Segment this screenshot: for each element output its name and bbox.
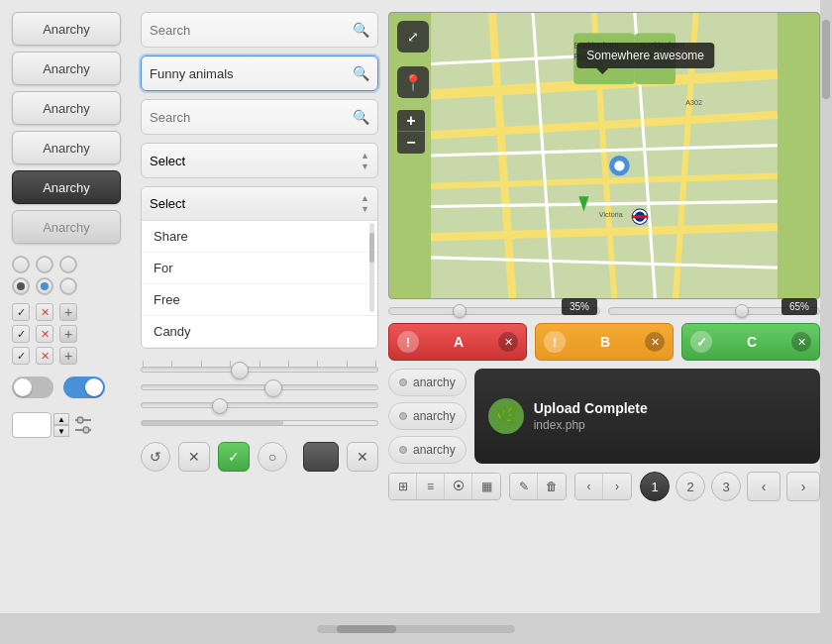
map-expand-btn[interactable]: ⤢: [397, 21, 429, 53]
dropdown-header[interactable]: Select ▲ ▼: [142, 187, 377, 221]
spinner-down[interactable]: ▼: [53, 425, 69, 437]
radio-unchecked-2[interactable]: [36, 256, 53, 273]
map-location-btn[interactable]: 📍: [397, 66, 429, 98]
anarchy-button-1[interactable]: Anarchy: [12, 12, 121, 46]
scrollbar-thumb[interactable]: [822, 20, 830, 99]
tb-grid-btn[interactable]: ⊞: [389, 474, 417, 499]
slider-thumb-3[interactable]: [212, 398, 228, 414]
slider-track-2[interactable]: [141, 384, 378, 390]
right-scrollbar[interactable]: [820, 0, 832, 644]
alert-close-a[interactable]: ✕: [498, 332, 518, 352]
checkbox-plus-3[interactable]: +: [59, 347, 77, 365]
tag-dot-1: [399, 378, 407, 386]
anarchy-label-3: Anarchy: [43, 101, 90, 116]
tag-item-3[interactable]: anarchy: [388, 436, 467, 464]
page-next-btn[interactable]: ›: [786, 472, 820, 501]
radio-unchecked-3[interactable]: [59, 256, 77, 273]
progress-thumb-2[interactable]: [735, 304, 749, 318]
radio-checked-blue[interactable]: [36, 277, 53, 295]
tb-prev-btn[interactable]: ‹: [575, 474, 603, 499]
dropdown-item-0[interactable]: Share: [142, 221, 377, 253]
cf-btn-cross-1[interactable]: ✕: [178, 442, 210, 472]
toggle-on[interactable]: [63, 376, 105, 398]
map-container: Buckingham Palace Gardens Buckingham Pal…: [388, 12, 820, 299]
spinner-up[interactable]: ▲: [53, 413, 69, 425]
radio-unchecked-4[interactable]: [59, 277, 77, 295]
checkbox-cross-3[interactable]: ✕: [36, 347, 53, 365]
dropdown-item-1[interactable]: For: [142, 253, 377, 284]
tag-item-2[interactable]: anarchy: [388, 402, 467, 430]
checkbox-checked-3[interactable]: ✓: [12, 347, 30, 365]
spinner-input[interactable]: 32: [12, 412, 52, 438]
alert-close-b[interactable]: ✕: [645, 332, 665, 352]
slider-track-3[interactable]: [141, 402, 378, 408]
map-zoom-out[interactable]: −: [397, 132, 425, 154]
anarchy-label-4: Anarchy: [43, 141, 90, 156]
tb-cols-btn[interactable]: ⦿: [445, 474, 472, 499]
progress-track-1[interactable]: 35%: [388, 307, 600, 315]
page-btn-3[interactable]: 3: [711, 472, 741, 501]
search-input-1[interactable]: [150, 23, 347, 38]
search-box-1[interactable]: 🔍: [141, 12, 378, 48]
page-prev-btn[interactable]: ‹: [747, 472, 780, 501]
tag-dot-2: [399, 412, 407, 420]
alert-btn-a[interactable]: ! A ✕: [388, 323, 527, 361]
progress-thumb-1[interactable]: [453, 304, 467, 318]
bottom-scrollbar-thumb[interactable]: [337, 625, 396, 633]
progress-bar: [141, 420, 378, 426]
page-btn-1[interactable]: 1: [640, 472, 670, 501]
checkbox-checked-1[interactable]: ✓: [12, 303, 30, 321]
alert-btn-c[interactable]: ✓ C ✕: [681, 323, 820, 361]
upload-leaf-icon: 🌿: [488, 398, 524, 434]
checkbox-checked-2[interactable]: ✓: [12, 325, 30, 343]
tb-edit-btn[interactable]: ✎: [510, 474, 538, 499]
search-input-2[interactable]: [150, 66, 347, 81]
slider-thumb-2[interactable]: [264, 379, 282, 397]
anarchy-label-5: Anarchy: [43, 180, 90, 195]
confirm-row-mid: ↺ ✕ ✓ ○ ✕: [141, 442, 378, 472]
bottom-scrollbar[interactable]: [317, 625, 515, 633]
cf-btn-cross-2[interactable]: ✕: [347, 442, 378, 472]
radio-unchecked-1[interactable]: [12, 256, 30, 273]
tb-next-btn[interactable]: ›: [603, 474, 631, 499]
checkbox-plus-2[interactable]: +: [59, 325, 77, 343]
upload-row: anarchy anarchy anarchy 🌿 Upload Complet…: [388, 369, 820, 464]
anarchy-button-4[interactable]: Anarchy: [12, 131, 121, 164]
checkbox-cross-2[interactable]: ✕: [36, 325, 53, 343]
toolbar-nav-group: ‹ ›: [574, 473, 632, 500]
progress-track-2[interactable]: 65%: [608, 307, 820, 315]
alert-close-c[interactable]: ✕: [791, 332, 811, 352]
cf-btn-circle-2[interactable]: ○: [258, 442, 287, 472]
dropdown-item-2[interactable]: Free: [142, 284, 377, 316]
dropdown-item-3[interactable]: Candy: [142, 316, 377, 348]
anarchy-button-3[interactable]: Anarchy: [12, 91, 121, 125]
slider-thumb-1[interactable]: [231, 362, 249, 379]
slider-track-1[interactable]: [141, 367, 378, 373]
tag-dot-3: [399, 446, 407, 454]
dropdown-header-label: Select: [150, 196, 185, 211]
tb-delete-btn[interactable]: 🗑: [538, 474, 566, 499]
search-box-2[interactable]: 🔍: [141, 55, 378, 91]
cf-btn-check-1[interactable]: ✓: [218, 442, 250, 472]
anarchy-button-6[interactable]: Anarchy: [12, 210, 121, 244]
tick-slider-wrap: [141, 361, 378, 373]
alert-row: ! A ✕ ! B ✕ ✓ C ✕: [388, 323, 820, 361]
checkbox-plus-1[interactable]: +: [59, 303, 77, 321]
tag-item-1[interactable]: anarchy: [388, 369, 467, 396]
slider-icon[interactable]: [71, 413, 95, 437]
tb-bars-btn[interactable]: ▦: [472, 474, 500, 499]
cf-btn-circle-1[interactable]: ↺: [141, 442, 170, 472]
alert-btn-b[interactable]: ! B ✕: [535, 323, 674, 361]
select-closed[interactable]: Select ▲ ▼: [141, 143, 378, 178]
cf-btn-dark-square[interactable]: [303, 442, 339, 472]
checkbox-cross-1[interactable]: ✕: [36, 303, 53, 321]
tb-list-btn[interactable]: ≡: [417, 474, 445, 499]
anarchy-button-5[interactable]: Anarchy: [12, 170, 121, 204]
toggle-off[interactable]: [12, 376, 53, 398]
page-btn-2[interactable]: 2: [676, 472, 705, 501]
map-zoom-in[interactable]: +: [397, 110, 425, 132]
anarchy-button-2[interactable]: Anarchy: [12, 52, 121, 85]
search-input-3[interactable]: [150, 110, 347, 125]
radio-checked-1[interactable]: [12, 277, 30, 295]
search-box-3[interactable]: 🔍: [141, 99, 378, 135]
